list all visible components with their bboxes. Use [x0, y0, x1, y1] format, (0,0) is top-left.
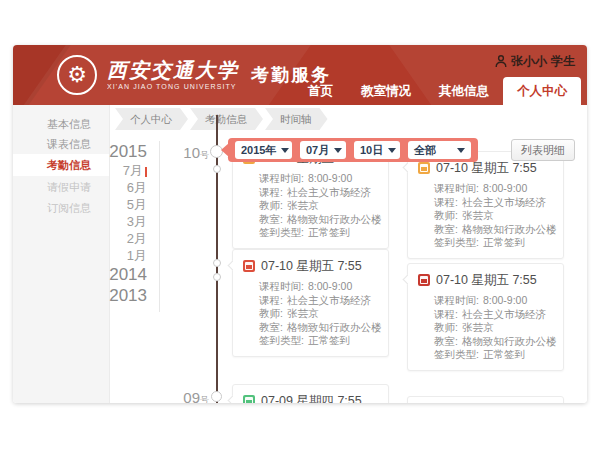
card-title-row: 07-10 星期五 7:55: [418, 270, 553, 290]
nav-item[interactable]: 个人中心: [503, 77, 581, 105]
field-label: 教师:: [434, 209, 458, 221]
card-field-row: 课程:社会主义市场经济: [434, 308, 553, 322]
sidebar-item-label: 课表信息: [47, 138, 91, 150]
calendar-glyph: [245, 397, 253, 403]
field-value: 8:00-9:00: [308, 280, 352, 292]
month-select[interactable]: 07月: [300, 141, 346, 159]
timeline-month-item[interactable]: 5月: [100, 196, 147, 213]
nav-item[interactable]: 其他信息: [425, 77, 503, 105]
user-role: 学生: [551, 53, 575, 70]
main-nav: 首页 教室情况 其他信息 个人中心: [294, 77, 581, 105]
chevron-down-icon: [334, 148, 342, 153]
timeline-node[interactable]: [213, 273, 221, 281]
card-field-row: 签到类型:正常签到: [259, 226, 378, 240]
calendar-badge-icon: [243, 260, 255, 272]
field-value: 正常签到: [308, 226, 350, 238]
filter-bar: 2015年 07月 10日 全部: [228, 138, 478, 162]
timeline-month-item[interactable]: 2月: [100, 230, 147, 247]
card-field-row: 课程时间:8:00-9:00: [259, 172, 378, 186]
sidebar-item-label: 基本信息: [47, 118, 91, 130]
card-field-row: 签到类型:正常签到: [259, 334, 378, 348]
chevron-down-icon: [281, 148, 289, 153]
page-background: ⚙ 西安交通大学 XI'AN JIAO TONG UNIVERSITY 考勤服务…: [0, 0, 600, 450]
card-field-row: 教师:张芸京: [259, 199, 378, 213]
field-label: 教师:: [434, 321, 458, 333]
breadcrumb-label: 考勤信息: [205, 113, 247, 125]
field-label: 教师:: [259, 199, 283, 211]
card-date-label: 07-10 星期五 7:55: [436, 160, 537, 177]
app-window: ⚙ 西安交通大学 XI'AN JIAO TONG UNIVERSITY 考勤服务…: [13, 45, 587, 403]
card-field-row: 课程时间:8:00-9:00: [434, 182, 553, 196]
month-select-value: 07月: [306, 143, 329, 158]
field-label: 课程:: [434, 196, 458, 208]
field-value: 正常签到: [308, 334, 350, 346]
card-title-row: 07-10 星期五 7:55: [243, 256, 378, 276]
nav-item[interactable]: 首页: [294, 77, 347, 105]
timeline-node[interactable]: [213, 259, 221, 267]
sidebar-item[interactable]: 课表信息: [13, 134, 109, 154]
sidebar-item-label: 请假申请: [47, 181, 91, 193]
card-field-row: 教室:格物致知行政办公楼: [259, 321, 378, 335]
card-title-row: 07-09 星期四 7:55: [243, 391, 378, 403]
breadcrumb: 个人中心 考勤信息 时间轴: [115, 108, 328, 130]
field-value: 格物致知行政办公楼: [462, 335, 557, 347]
field-value: 格物致知行政办公楼: [287, 321, 382, 333]
field-label: 教室:: [434, 223, 458, 235]
field-label: 签到类型:: [259, 334, 304, 346]
sidebar-item[interactable]: 考勤信息: [13, 154, 109, 176]
field-value: 张芸京: [462, 209, 494, 221]
chevron-down-icon: [388, 148, 396, 153]
user-info[interactable]: 张小小 学生: [495, 53, 575, 70]
timeline-month-item[interactable]: 7月: [100, 162, 147, 179]
field-value: 8:00-9:00: [308, 172, 352, 184]
field-value: 张芸京: [287, 199, 319, 211]
day-select[interactable]: 10日: [354, 141, 400, 159]
field-value: 正常签到: [483, 348, 525, 360]
card-field-row: 教室:格物致知行政办公楼: [434, 335, 553, 349]
field-label: 课程:: [259, 186, 283, 198]
field-value: 格物致知行政办公楼: [287, 213, 382, 225]
user-name: 张小小: [511, 53, 547, 70]
card-field-row: 签到类型:正常签到: [434, 236, 553, 250]
timeline-node[interactable]: [211, 391, 222, 402]
year-select[interactable]: 2015年: [235, 141, 292, 159]
calendar-glyph: [420, 276, 428, 284]
timeline-month-item[interactable]: 3月: [100, 213, 147, 230]
field-value: 正常签到: [483, 236, 525, 248]
timeline-node[interactable]: [213, 165, 221, 173]
field-label: 教室:: [259, 213, 283, 225]
sidebar-item[interactable]: 请假申请: [13, 176, 109, 198]
breadcrumb-item[interactable]: 时间轴: [265, 108, 328, 130]
calendar-badge-icon: [418, 162, 430, 174]
field-value: 社会主义市场经济: [287, 186, 371, 198]
field-label: 签到类型:: [434, 348, 479, 360]
type-select[interactable]: 全部: [408, 141, 471, 159]
sidebar-item[interactable]: 订阅信息: [13, 198, 109, 218]
chevron-down-icon: [457, 148, 465, 153]
breadcrumb-item[interactable]: 个人中心: [115, 108, 188, 130]
timeline-month-item[interactable]: 6月: [100, 179, 147, 196]
field-label: 签到类型:: [434, 236, 479, 248]
nav-item-label: 其他信息: [439, 84, 489, 98]
nav-item-label: 教室情况: [361, 84, 411, 98]
timeline-month-item[interactable]: 2014: [100, 264, 147, 285]
card-field-row: 教室:格物致知行政办公楼: [434, 223, 553, 237]
field-label: 课程时间:: [434, 182, 479, 194]
breadcrumb-item[interactable]: 考勤信息: [190, 108, 263, 130]
timeline-month-item[interactable]: 1月: [100, 247, 147, 264]
sidebar-item-label: 订阅信息: [47, 202, 91, 214]
card-field-row: 课程:社会主义市场经济: [434, 196, 553, 210]
timeline-month-item[interactable]: 2015: [100, 141, 147, 162]
timeline-month-item[interactable]: 2013: [100, 285, 147, 306]
sidebar-item[interactable]: 基本信息: [13, 114, 109, 134]
field-label: 教师:: [259, 307, 283, 319]
day-select-value: 10日: [360, 143, 383, 158]
list-detail-button[interactable]: 列表明细: [511, 139, 575, 161]
card-field-row: 课程时间:8:00-9:00: [259, 280, 378, 294]
nav-item[interactable]: 教室情况: [347, 77, 425, 105]
sidebar: 基本信息 课表信息 考勤信息 请假申请: [13, 105, 110, 403]
field-label: 课程:: [434, 308, 458, 320]
month-label: 2014: [109, 265, 147, 284]
month-label: 2013: [109, 286, 147, 305]
attendance-card: 07-10 星期五 7:55 课程时间:8:00-9:00 课程:社会主义市场经…: [232, 249, 389, 357]
